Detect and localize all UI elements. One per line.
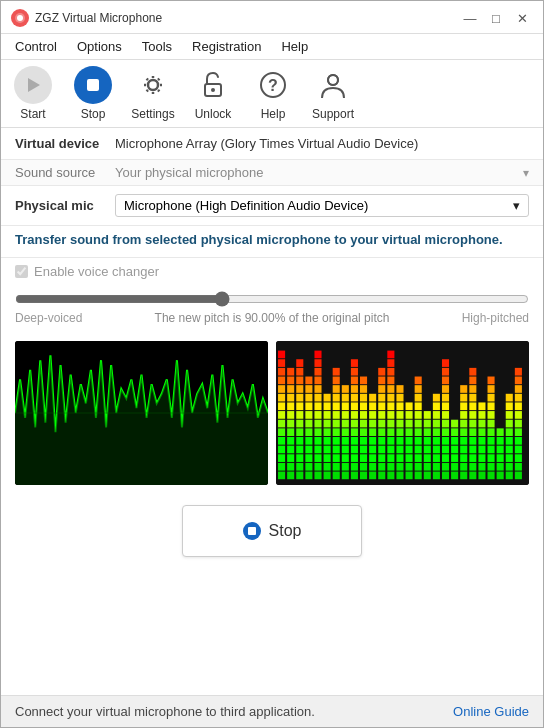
app-icon (11, 9, 29, 27)
settings-tool-button[interactable]: Settings (131, 66, 175, 121)
svg-rect-123 (342, 446, 349, 454)
title-bar-left: ZGZ Virtual Microphone (11, 9, 162, 27)
menu-registration[interactable]: Registration (184, 36, 269, 57)
svg-rect-189 (387, 463, 394, 471)
pitch-slider[interactable] (15, 291, 529, 307)
svg-rect-239 (433, 463, 440, 471)
support-tool-button[interactable]: Support (311, 66, 355, 121)
menu-help[interactable]: Help (273, 36, 316, 57)
svg-rect-43 (287, 402, 294, 410)
start-tool-button[interactable]: Start (11, 66, 55, 121)
sound-source-select[interactable]: Your physical microphone (115, 165, 523, 180)
svg-rect-298 (488, 402, 495, 410)
svg-rect-256 (451, 428, 458, 436)
svg-rect-301 (488, 428, 495, 436)
svg-rect-295 (488, 377, 495, 385)
svg-rect-56 (296, 394, 303, 402)
svg-rect-201 (396, 472, 403, 480)
svg-rect-246 (442, 402, 449, 410)
svg-rect-183 (387, 411, 394, 419)
svg-rect-281 (469, 437, 476, 445)
voice-changer-checkbox[interactable] (15, 265, 28, 278)
svg-rect-66 (305, 377, 312, 385)
svg-rect-194 (396, 411, 403, 419)
svg-rect-106 (333, 394, 340, 402)
svg-rect-217 (415, 428, 422, 436)
svg-rect-226 (424, 437, 431, 445)
svg-rect-233 (433, 411, 440, 419)
svg-rect-143 (360, 394, 367, 402)
svg-rect-222 (415, 472, 422, 480)
svg-rect-200 (396, 463, 403, 471)
help-tool-button[interactable]: ? Help (251, 66, 295, 121)
stop-label: Stop (81, 107, 106, 121)
svg-rect-95 (324, 411, 331, 419)
deep-voice-label: Deep-voiced (15, 311, 82, 325)
svg-rect-245 (442, 394, 449, 402)
svg-rect-309 (497, 446, 504, 454)
svg-rect-92 (314, 472, 321, 480)
svg-rect-300 (488, 420, 495, 428)
svg-rect-292 (478, 454, 485, 462)
stop-tool-button[interactable]: Stop (71, 66, 115, 121)
svg-rect-131 (351, 394, 358, 402)
svg-rect-272 (460, 472, 467, 480)
svg-rect-302 (488, 437, 495, 445)
svg-rect-115 (333, 472, 340, 480)
high-pitch-label: High-pitched (462, 311, 529, 325)
svg-rect-57 (296, 402, 303, 410)
svg-rect-129 (351, 377, 358, 385)
svg-rect-60 (296, 428, 303, 436)
svg-rect-251 (442, 446, 449, 454)
svg-rect-111 (333, 437, 340, 445)
svg-rect-68 (305, 394, 312, 402)
svg-rect-71 (305, 420, 312, 428)
svg-rect-198 (396, 446, 403, 454)
svg-rect-64 (296, 463, 303, 471)
svg-rect-117 (342, 394, 349, 402)
svg-rect-182 (387, 402, 394, 410)
stop-button[interactable]: Stop (182, 505, 362, 557)
svg-rect-212 (415, 385, 422, 393)
svg-rect-80 (314, 368, 321, 376)
svg-rect-120 (342, 420, 349, 428)
unlock-icon (194, 66, 232, 104)
spectrum-visualizer: // We'll generate bars in SVG below (276, 341, 529, 485)
voice-changer-checkbox-row: Enable voice changer (15, 264, 529, 279)
svg-rect-27 (278, 377, 285, 385)
menu-options[interactable]: Options (69, 36, 130, 57)
unlock-tool-button[interactable]: Unlock (191, 66, 235, 121)
settings-icon (134, 66, 172, 104)
physical-mic-row: Physical mic Microphone (High Definition… (1, 186, 543, 226)
svg-rect-331 (515, 437, 522, 445)
svg-rect-59 (296, 420, 303, 428)
svg-rect-69 (305, 402, 312, 410)
virtual-device-row: Virtual device Microphone Array (Glory T… (1, 128, 543, 160)
physical-mic-select[interactable]: Microphone (High Definition Audio Device… (124, 198, 513, 213)
svg-rect-321 (506, 463, 513, 471)
maximize-button[interactable]: □ (485, 7, 507, 29)
svg-rect-166 (378, 394, 385, 402)
svg-rect-188 (387, 454, 394, 462)
svg-rect-172 (378, 446, 385, 454)
online-guide-link[interactable]: Online Guide (453, 704, 529, 719)
svg-rect-307 (497, 428, 504, 436)
svg-rect-73 (305, 437, 312, 445)
svg-rect-163 (378, 368, 385, 376)
svg-rect-32 (278, 420, 285, 428)
svg-rect-279 (469, 420, 476, 428)
menu-control[interactable]: Control (7, 36, 65, 57)
svg-rect-122 (342, 437, 349, 445)
svg-rect-315 (506, 411, 513, 419)
svg-rect-154 (369, 402, 376, 410)
svg-rect-275 (469, 385, 476, 393)
close-button[interactable]: ✕ (511, 7, 533, 29)
physical-mic-label: Physical mic (15, 198, 115, 213)
svg-rect-137 (351, 446, 358, 454)
svg-rect-303 (488, 446, 495, 454)
svg-rect-103 (333, 368, 340, 376)
menu-tools[interactable]: Tools (134, 36, 180, 57)
minimize-button[interactable]: — (459, 7, 481, 29)
svg-rect-220 (415, 454, 422, 462)
svg-rect-164 (378, 377, 385, 385)
